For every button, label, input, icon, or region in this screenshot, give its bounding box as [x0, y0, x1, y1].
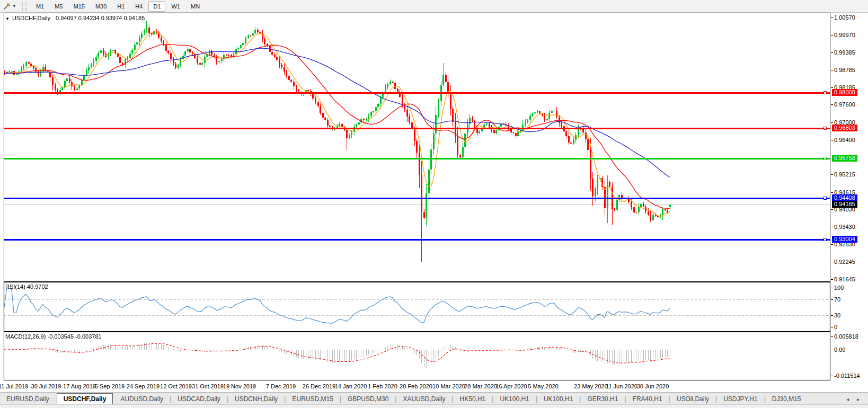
price-tick-0.96400: 0.96400	[834, 137, 855, 143]
chart-tab-dj30-m15[interactable]: DJ30,M15	[766, 394, 808, 405]
price-axis: 1.005700.999700.993850.987850.981850.976…	[831, 13, 868, 282]
time-axis-label: 19 Nov 2019	[223, 383, 256, 389]
collapse-triangle-icon[interactable]: ▼	[5, 16, 10, 21]
timeframe-button-mn[interactable]: MN	[186, 1, 205, 12]
hline-price-label-0.96803: 0.96803	[832, 125, 857, 131]
crosshair-tool-glyph	[3, 3, 11, 10]
chart-tab-uk100-h1[interactable]: UK100,H1	[537, 394, 579, 405]
time-axis[interactable]: 11 Jul 201930 Jul 201917 Aug 20195 Sep 2…	[0, 380, 831, 392]
chart-tab-fra40-h1[interactable]: FRA40,H1	[626, 394, 669, 405]
timeframe-button-h4[interactable]: H4	[130, 1, 147, 12]
status-bar	[0, 404, 868, 408]
price-tick-0.99970: 0.99970	[834, 32, 855, 38]
hline-price-label-0.95758: 0.95758	[832, 155, 857, 162]
price-tick-0.93430-dash	[831, 227, 833, 227]
time-axis-label: 14 Jan 2020	[335, 383, 367, 389]
price-tick-0.94030-dash	[831, 209, 833, 210]
price-tick-0.98185-dash	[831, 87, 833, 88]
rsi-tick-0: 0	[834, 324, 837, 330]
price-tick-0.92245-dash	[831, 262, 833, 262]
timeframe-button-w1[interactable]: W1	[166, 1, 185, 12]
chart-tab-bar: EURUSD,DailyUSDCHF,DailyAUDUSD,Daily|USD…	[0, 392, 868, 405]
rsi-axis: 10070300	[831, 282, 868, 332]
hline-price-label-0.93004: 0.93004	[832, 236, 857, 243]
price-tick-1.00570: 1.00570	[834, 14, 855, 21]
timeframe-button-m30[interactable]: M30	[91, 1, 111, 12]
price-tick-0.95215-dash	[831, 174, 833, 175]
chart-tab-audusd-daily[interactable]: AUDUSD,Daily	[114, 394, 170, 405]
rsi-tick-30-dash	[831, 315, 833, 316]
chart-tab-gbpusd-m30[interactable]: GBPUSD,M30	[341, 394, 395, 405]
chart-tab-ger30-h1[interactable]: GER30,H1	[581, 394, 624, 405]
chart-tab-usdcnh-daily[interactable]: USDCNH,Daily	[228, 394, 284, 405]
price-tick-0.97000-dash	[831, 122, 833, 123]
chart-tab-eurusd-m15[interactable]: EURUSD,M15	[286, 394, 339, 405]
rsi-pane: RSI(14) 40.9702 10070300	[0, 282, 868, 332]
time-axis-label: 12 Oct 2019	[160, 383, 192, 389]
chart-tab-usoil-daily[interactable]: USOil,Daily	[670, 394, 715, 405]
toolbar-grip[interactable]	[22, 2, 26, 11]
price-tick-0.98785-dash	[831, 70, 833, 70]
price-tick-0.95215: 0.95215	[834, 171, 855, 178]
price-tick-0.91645-dash	[831, 279, 833, 280]
time-axis-label: 23 May 2020	[574, 383, 608, 389]
chart-tab-hk50-h1[interactable]: HK50,H1	[454, 394, 492, 405]
chart-tab-eurusd-daily[interactable]: EURUSD,Daily	[0, 394, 56, 405]
price-tick-0.94615-dash	[831, 192, 833, 193]
chart-tab-usdjpy-h1[interactable]: USDJPY,H1	[717, 394, 764, 405]
price-tick-0.92245: 0.92245	[834, 259, 855, 265]
tool-dropdown-arrow-icon[interactable]: ▼	[12, 4, 16, 8]
rsi-tick-30: 30	[834, 312, 840, 318]
time-axis-label: 7 Dec 2019	[266, 383, 296, 389]
time-axis-label: 5 May 2020	[528, 383, 558, 389]
timeframe-button-h1[interactable]: H1	[112, 1, 129, 12]
time-axis-label: 28 Mar 2020	[464, 383, 497, 389]
tabs-scroll-arrows-icon[interactable]: ◂ ▸	[846, 396, 863, 405]
timeframe-toolbar: M1M5M15M30H1H4D1W1MN	[31, 1, 205, 12]
crosshair-tool-icon[interactable]	[2, 2, 12, 11]
timeframe-button-m15[interactable]: M15	[68, 1, 89, 12]
time-axis-label: 31 Oct 2019	[192, 383, 224, 389]
rsi-tick-70: 70	[834, 296, 840, 303]
macd-canvas[interactable]	[0, 332, 831, 380]
price-tick-0.99970-dash	[831, 35, 833, 36]
macd-tick-0.005818-dash	[831, 336, 833, 337]
timeframe-button-m5[interactable]: M5	[50, 1, 67, 12]
price-chart-canvas[interactable]	[0, 13, 831, 282]
macd-tick-0.00-dash	[831, 350, 833, 350]
ohlc-values: 0.94097 0.94234 0.93974 0.94185	[56, 15, 145, 21]
chart-tab-usdchf-daily[interactable]: USDCHF,Daily	[57, 393, 113, 405]
macd-pane: MACD(12,26,9) -0.003545 -0.003781 0.0058…	[0, 332, 868, 380]
time-axis-label: 1 Feb 2020	[368, 383, 397, 389]
time-axis-label: 11 Jul 2019	[0, 383, 28, 389]
price-tick-0.97600: 0.97600	[834, 101, 855, 108]
current-price-label: 0.94185	[832, 201, 857, 208]
chart-title: ▼USDCHF,Daily0.94097 0.94234 0.93974 0.9…	[5, 15, 145, 21]
timeframe-button-m1[interactable]: M1	[31, 1, 49, 12]
rsi-canvas[interactable]	[0, 282, 831, 332]
price-tick-0.99385-dash	[831, 52, 833, 53]
price-tick-0.93430: 0.93430	[834, 224, 855, 230]
mt4-window: ▼ M1M5M15M30H1H4D1W1MN ▼USDCHF,Daily0.94…	[0, 0, 868, 408]
rsi-tick-0-dash	[831, 327, 833, 327]
price-tick-0.99385: 0.99385	[834, 49, 855, 56]
chart-tab-usdcad-daily[interactable]: USDCAD,Daily	[171, 394, 227, 405]
chart-tab-xauusd-daily[interactable]: XAUUSD,Daily	[396, 394, 451, 405]
price-tick-0.97600-dash	[831, 104, 833, 105]
macd-tick--0.011514-dash	[831, 376, 833, 376]
rsi-tick-100-dash	[831, 288, 833, 288]
time-axis-label: 30 Jun 2020	[637, 383, 669, 389]
time-axis-label: 17 Aug 2019	[63, 383, 96, 389]
timeframe-button-d1[interactable]: D1	[148, 1, 165, 12]
rsi-tick-100: 100	[834, 285, 844, 291]
price-tick-0.92830-dash	[831, 244, 833, 245]
symbol-period-label: USDCHF,Daily	[12, 15, 50, 21]
price-pane: ▼USDCHF,Daily0.94097 0.94234 0.93974 0.9…	[0, 13, 868, 282]
rsi-label: RSI(14) 40.9702	[5, 283, 48, 290]
macd-tick--0.011514: -0.011514	[834, 372, 860, 379]
time-axis-label: 24 Sep 2019	[127, 383, 160, 389]
macd-tick-0.00: 0.00	[834, 347, 845, 353]
toolbar: ▼ M1M5M15M30H1H4D1W1MN	[0, 0, 868, 13]
chart-tab-uk100-h1[interactable]: UK100,H1	[493, 394, 535, 405]
macd-tick-0.005818: 0.005818	[834, 333, 858, 340]
